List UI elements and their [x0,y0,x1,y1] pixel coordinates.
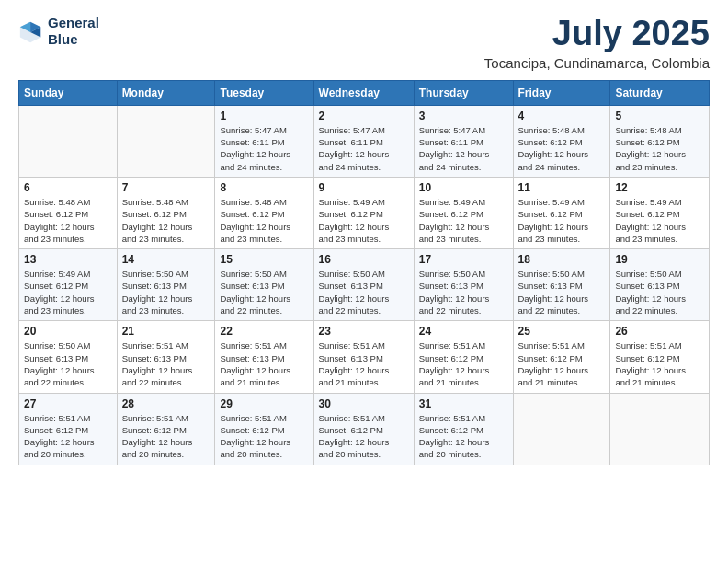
day-info: Sunrise: 5:51 AM Sunset: 6:13 PM Dayligh… [122,339,210,388]
calendar-cell: 30Sunrise: 5:51 AM Sunset: 6:12 PM Dayli… [313,393,414,465]
day-number: 8 [220,181,308,194]
weekday-header: Sunday [19,80,118,105]
calendar-cell: 16Sunrise: 5:50 AM Sunset: 6:13 PM Dayli… [313,249,414,321]
day-info: Sunrise: 5:51 AM Sunset: 6:13 PM Dayligh… [220,339,308,388]
day-info: Sunrise: 5:50 AM Sunset: 6:13 PM Dayligh… [319,268,409,316]
calendar-cell: 11Sunrise: 5:49 AM Sunset: 6:12 PM Dayli… [513,177,610,248]
day-number: 7 [122,181,210,194]
title-section: July 2025 Tocancipa, Cundinamarca, Colom… [484,15,710,71]
calendar-cell: 12Sunrise: 5:49 AM Sunset: 6:12 PM Dayli… [610,177,710,248]
calendar-cell: 24Sunrise: 5:51 AM Sunset: 6:12 PM Dayli… [414,321,513,393]
day-info: Sunrise: 5:51 AM Sunset: 6:12 PM Dayligh… [518,339,606,388]
day-number: 1 [220,109,308,122]
day-number: 29 [220,397,308,410]
calendar-cell: 23Sunrise: 5:51 AM Sunset: 6:13 PM Dayli… [313,321,414,393]
logo-line2: Blue [48,31,99,48]
calendar-cell: 5Sunrise: 5:48 AM Sunset: 6:12 PM Daylig… [610,105,710,177]
calendar-cell: 19Sunrise: 5:50 AM Sunset: 6:13 PM Dayli… [610,249,710,321]
day-info: Sunrise: 5:49 AM Sunset: 6:12 PM Dayligh… [518,196,606,245]
calendar-week-row: 20Sunrise: 5:50 AM Sunset: 6:13 PM Dayli… [19,321,710,393]
day-info: Sunrise: 5:47 AM Sunset: 6:11 PM Dayligh… [319,124,409,173]
calendar-cell: 10Sunrise: 5:49 AM Sunset: 6:12 PM Dayli… [414,177,513,248]
day-number: 16 [319,253,409,266]
calendar-cell: 22Sunrise: 5:51 AM Sunset: 6:13 PM Dayli… [215,321,313,393]
day-info: Sunrise: 5:50 AM Sunset: 6:13 PM Dayligh… [24,339,112,388]
day-info: Sunrise: 5:50 AM Sunset: 6:13 PM Dayligh… [122,268,210,316]
day-number: 9 [319,181,409,194]
day-number: 20 [24,325,112,338]
day-info: Sunrise: 5:49 AM Sunset: 6:12 PM Dayligh… [615,196,704,245]
day-number: 17 [419,253,508,266]
day-info: Sunrise: 5:48 AM Sunset: 6:12 PM Dayligh… [518,124,606,173]
day-number: 22 [220,325,308,338]
day-number: 10 [419,181,508,194]
day-info: Sunrise: 5:51 AM Sunset: 6:12 PM Dayligh… [319,412,409,461]
day-number: 13 [24,253,112,266]
day-info: Sunrise: 5:51 AM Sunset: 6:12 PM Dayligh… [419,339,508,388]
day-number: 30 [319,397,409,410]
calendar-cell: 14Sunrise: 5:50 AM Sunset: 6:13 PM Dayli… [117,249,215,321]
logo: General Blue [18,15,99,48]
day-info: Sunrise: 5:49 AM Sunset: 6:12 PM Dayligh… [419,196,508,245]
day-number: 27 [24,397,112,410]
weekday-header: Wednesday [313,80,414,105]
weekday-header: Thursday [414,80,513,105]
day-info: Sunrise: 5:51 AM Sunset: 6:12 PM Dayligh… [615,339,704,388]
calendar-cell [513,393,610,465]
day-info: Sunrise: 5:47 AM Sunset: 6:11 PM Dayligh… [419,124,508,173]
day-number: 2 [319,109,409,122]
calendar-cell: 28Sunrise: 5:51 AM Sunset: 6:12 PM Dayli… [117,393,215,465]
calendar-cell [610,393,710,465]
day-info: Sunrise: 5:51 AM Sunset: 6:12 PM Dayligh… [122,412,210,461]
calendar-cell: 7Sunrise: 5:48 AM Sunset: 6:12 PM Daylig… [117,177,215,248]
calendar-week-row: 6Sunrise: 5:48 AM Sunset: 6:12 PM Daylig… [19,177,710,248]
calendar-week-row: 27Sunrise: 5:51 AM Sunset: 6:12 PM Dayli… [19,393,710,465]
day-number: 26 [615,325,704,338]
day-number: 18 [518,253,606,266]
day-number: 23 [319,325,409,338]
day-info: Sunrise: 5:48 AM Sunset: 6:12 PM Dayligh… [24,196,112,245]
day-info: Sunrise: 5:51 AM Sunset: 6:13 PM Dayligh… [319,339,409,388]
day-info: Sunrise: 5:49 AM Sunset: 6:12 PM Dayligh… [24,268,112,316]
calendar-cell: 3Sunrise: 5:47 AM Sunset: 6:11 PM Daylig… [414,105,513,177]
calendar-cell: 29Sunrise: 5:51 AM Sunset: 6:12 PM Dayli… [215,393,313,465]
calendar-cell: 25Sunrise: 5:51 AM Sunset: 6:12 PM Dayli… [513,321,610,393]
day-number: 5 [615,109,704,122]
calendar-cell [117,105,215,177]
calendar-cell: 15Sunrise: 5:50 AM Sunset: 6:13 PM Dayli… [215,249,313,321]
day-info: Sunrise: 5:50 AM Sunset: 6:13 PM Dayligh… [615,268,704,316]
calendar-week-row: 13Sunrise: 5:49 AM Sunset: 6:12 PM Dayli… [19,249,710,321]
calendar-cell: 26Sunrise: 5:51 AM Sunset: 6:12 PM Dayli… [610,321,710,393]
logo-line1: General [48,15,99,31]
day-info: Sunrise: 5:50 AM Sunset: 6:13 PM Dayligh… [220,268,308,316]
day-number: 12 [615,181,704,194]
day-number: 11 [518,181,606,194]
calendar-cell: 6Sunrise: 5:48 AM Sunset: 6:12 PM Daylig… [19,177,118,248]
day-info: Sunrise: 5:49 AM Sunset: 6:12 PM Dayligh… [319,196,409,245]
calendar-cell: 1Sunrise: 5:47 AM Sunset: 6:11 PM Daylig… [215,105,313,177]
calendar-cell: 8Sunrise: 5:48 AM Sunset: 6:12 PM Daylig… [215,177,313,248]
day-number: 19 [615,253,704,266]
day-number: 4 [518,109,606,122]
calendar-cell: 9Sunrise: 5:49 AM Sunset: 6:12 PM Daylig… [313,177,414,248]
day-number: 28 [122,397,210,410]
day-info: Sunrise: 5:48 AM Sunset: 6:12 PM Dayligh… [615,124,704,173]
calendar-cell: 13Sunrise: 5:49 AM Sunset: 6:12 PM Dayli… [19,249,118,321]
day-number: 25 [518,325,606,338]
weekday-header: Monday [117,80,215,105]
calendar-cell [19,105,118,177]
day-number: 24 [419,325,508,338]
logo-icon [18,18,44,44]
day-number: 14 [122,253,210,266]
day-info: Sunrise: 5:48 AM Sunset: 6:12 PM Dayligh… [220,196,308,245]
day-number: 6 [24,181,112,194]
day-info: Sunrise: 5:48 AM Sunset: 6:12 PM Dayligh… [122,196,210,245]
calendar-cell: 2Sunrise: 5:47 AM Sunset: 6:11 PM Daylig… [313,105,414,177]
day-number: 3 [419,109,508,122]
calendar-table: SundayMondayTuesdayWednesdayThursdayFrid… [18,80,710,465]
day-info: Sunrise: 5:51 AM Sunset: 6:12 PM Dayligh… [419,412,508,461]
weekday-header: Saturday [610,80,710,105]
calendar-cell: 31Sunrise: 5:51 AM Sunset: 6:12 PM Dayli… [414,393,513,465]
calendar-cell: 21Sunrise: 5:51 AM Sunset: 6:13 PM Dayli… [117,321,215,393]
weekday-header: Tuesday [215,80,313,105]
